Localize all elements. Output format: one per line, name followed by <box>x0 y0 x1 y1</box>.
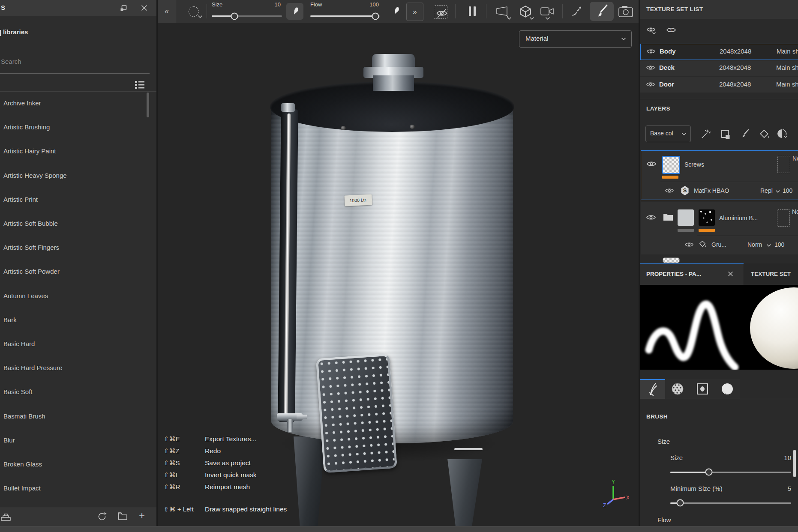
library-item[interactable]: Artistic Print <box>3 191 145 208</box>
folder-icon[interactable] <box>118 512 128 520</box>
subtab-stencil[interactable] <box>690 379 715 399</box>
library-item[interactable]: Artistic Soft Fingers <box>3 239 145 256</box>
size-param-value[interactable]: 10 <box>773 454 791 461</box>
solo-view-icon[interactable]: 1 <box>666 25 677 35</box>
view-mode-dropdown[interactable]: Material <box>519 30 632 48</box>
mask-placeholder[interactable] <box>777 156 790 173</box>
add-paint-layer-icon[interactable] <box>740 128 751 140</box>
layer-thumbnail[interactable] <box>678 209 694 226</box>
subtab-alpha[interactable] <box>665 379 690 399</box>
fill-effect-icon <box>698 239 707 249</box>
library-item[interactable]: Artistic Hairy Paint <box>3 143 145 160</box>
shelf-icon[interactable] <box>1 512 11 522</box>
close-icon[interactable] <box>141 4 148 12</box>
library-item[interactable]: Archive Inker <box>3 95 145 112</box>
contextual-toolbar: « Size 10 Flow 100 » <box>158 0 639 23</box>
mask-thumbnail[interactable] <box>699 209 715 226</box>
panel-splitter[interactable] <box>639 0 640 526</box>
mask-placeholder[interactable] <box>777 209 790 227</box>
mesh-view-cube-icon[interactable] <box>519 5 532 18</box>
layer-block-aluminium[interactable]: Aluminium B... Norm Gru... Norm 100 <box>641 202 798 254</box>
min-size-param-slider[interactable] <box>670 502 791 504</box>
library-item[interactable]: Blur <box>3 432 145 449</box>
sight-glass-stub <box>297 415 307 419</box>
texture-set-name: Deck <box>659 64 675 71</box>
eye-icon[interactable] <box>646 160 656 167</box>
layer-blend-mode[interactable]: Norm <box>792 208 798 215</box>
tab-properties-paint[interactable]: PROPERTIES - PA... <box>640 263 744 285</box>
pause-engine-button[interactable] <box>468 0 477 23</box>
close-tab-icon[interactable] <box>727 271 734 277</box>
library-item[interactable]: Artistic Brushing <box>3 119 145 136</box>
add-layer-icon[interactable] <box>719 129 731 140</box>
list-view-icon[interactable] <box>134 80 146 90</box>
min-size-param-slider-handle[interactable] <box>677 499 684 507</box>
axis-z-label: Z <box>603 502 606 508</box>
add-icon[interactable]: + <box>139 510 145 522</box>
texture-set-row-deck[interactable]: Deck 2048x2048 Main shader <box>640 60 798 76</box>
tab-texture-set-settings[interactable]: TEXTURE SET <box>744 263 798 285</box>
library-item[interactable]: Autumn Leaves <box>3 287 145 305</box>
properties-scrollbar[interactable] <box>793 450 796 477</box>
camera-view-icon[interactable] <box>540 6 555 17</box>
library-item[interactable]: Basic Hard <box>3 335 145 353</box>
paint-tool-button[interactable] <box>590 2 614 21</box>
eye-icon[interactable] <box>684 241 694 248</box>
library-item[interactable]: Bullet Impact <box>3 480 145 497</box>
tank-leg <box>445 459 482 526</box>
effect-blend-mode[interactable]: Repl <box>760 187 773 194</box>
library-item[interactable]: Artistic Soft Bubble <box>3 215 145 232</box>
library-item[interactable]: Bark <box>3 311 145 329</box>
refresh-icon[interactable] <box>97 511 107 522</box>
texture-set-row-door[interactable]: Door 2048x2048 Main shader <box>640 77 798 93</box>
effect-opacity[interactable]: 100 <box>783 187 792 194</box>
assets-panel-titlebar[interactable]: S <box>0 0 156 16</box>
folder-icon[interactable] <box>663 212 673 221</box>
subtab-material[interactable] <box>715 379 740 399</box>
flow-slider-handle[interactable] <box>372 13 379 20</box>
library-item[interactable]: Basic Hard Pressure <box>3 359 145 377</box>
library-scrollbar[interactable] <box>147 93 149 117</box>
size-pressure-button[interactable] <box>286 3 303 20</box>
viewport-3d[interactable]: « Size 10 Flow 100 » <box>158 0 639 526</box>
brush-shape-icon[interactable] <box>189 6 199 17</box>
eye-icon[interactable] <box>646 48 656 55</box>
texture-set-row-body[interactable]: Body 2048x2048 Main shader <box>640 44 798 60</box>
layer-blend-mode[interactable]: Norm <box>792 155 798 162</box>
add-effect-icon[interactable] <box>700 129 711 140</box>
library-item[interactable]: Broken Glass <box>3 456 145 473</box>
visibility-options-icon[interactable] <box>646 25 657 36</box>
library-item[interactable]: Artistic Heavy Sponge <box>3 167 145 184</box>
library-item[interactable]: Basmati Brush <box>3 408 145 425</box>
undock-icon[interactable] <box>120 5 127 12</box>
subtab-brush[interactable] <box>640 379 665 399</box>
perspective-view-icon[interactable] <box>495 5 510 18</box>
min-size-param-value[interactable]: 5 <box>773 485 791 492</box>
search-input[interactable]: Search <box>1 58 21 65</box>
layer-block-screws[interactable]: Screws Norm S MatFx HBAO Repl 100 <box>641 150 798 200</box>
eye-icon[interactable] <box>646 81 655 88</box>
effect-opacity[interactable]: 100 <box>774 241 784 248</box>
more-options-button[interactable]: » <box>406 3 423 21</box>
photo-camera-icon[interactable] <box>618 5 633 18</box>
library-item[interactable]: Basic Soft <box>3 383 145 400</box>
channel-filter-dropdown[interactable]: Base col <box>645 126 691 142</box>
symmetry-off-icon[interactable] <box>434 5 447 19</box>
texture-set-name: Door <box>659 81 674 88</box>
flow-pressure-icon[interactable] <box>389 4 402 18</box>
add-fill-layer-icon[interactable] <box>759 129 770 140</box>
effect-name: MatFx HBAO <box>694 187 729 194</box>
eye-icon[interactable] <box>665 187 674 194</box>
library-item[interactable]: Artistic Soft Powder <box>3 263 145 280</box>
size-param-slider-handle[interactable] <box>705 469 713 476</box>
effect-blend-mode[interactable]: Norm <box>747 241 762 248</box>
panel-splitter[interactable] <box>156 0 158 526</box>
eye-icon[interactable] <box>646 64 655 71</box>
layer-thumbnail[interactable] <box>662 156 680 174</box>
add-smart-material-icon[interactable] <box>777 129 789 140</box>
size-slider-handle[interactable] <box>231 13 238 20</box>
eye-icon[interactable] <box>646 214 655 221</box>
collapse-toolbar-button[interactable]: « <box>158 0 176 23</box>
particle-brush-icon[interactable] <box>570 5 583 18</box>
snap-hint-row: ⇧⌘ + Left Draw snapped straight lines <box>164 505 438 517</box>
